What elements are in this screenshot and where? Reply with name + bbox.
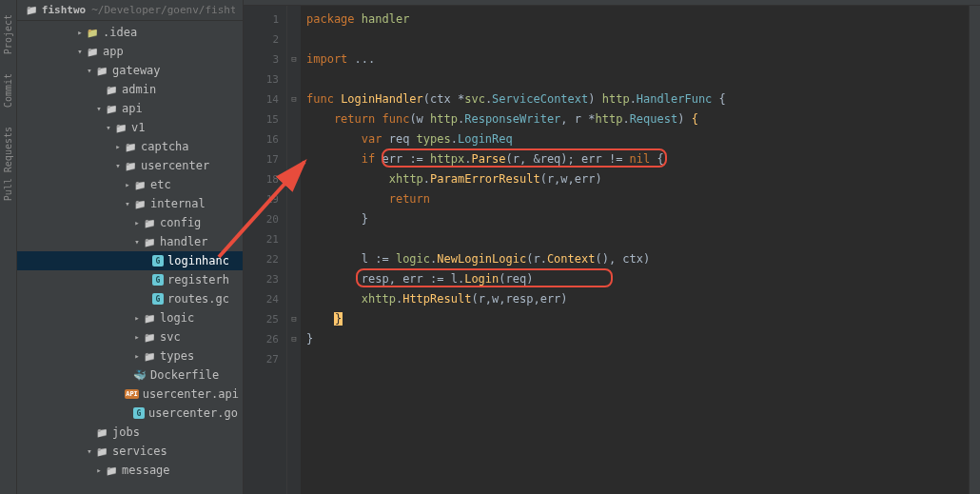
fold-marker [287, 149, 301, 169]
folder-icon [143, 311, 156, 325]
tree-item-label: routes.gc [167, 292, 229, 306]
rail-project[interactable]: Project [3, 14, 13, 54]
tree-item-label: message [122, 464, 170, 477]
tree-item--idea[interactable]: ▸.idea [17, 23, 243, 42]
tree-item-usercenter[interactable]: ▾usercenter [17, 156, 243, 175]
line-number[interactable]: 18 [244, 169, 279, 189]
rail-commit[interactable]: Commit [3, 73, 13, 108]
project-header[interactable]: fishtwo ~/Developer/goenv/fisht [17, 0, 243, 21]
tree-item-label: handler [160, 235, 208, 248]
chevron-icon[interactable]: ▸ [131, 218, 143, 227]
line-number[interactable]: 3 [244, 49, 279, 69]
go-file-icon: G [133, 407, 145, 419]
tree-item-handler[interactable]: ▾handler [17, 232, 243, 251]
line-number[interactable]: 20 [244, 209, 279, 229]
line-number[interactable]: 24 [244, 289, 279, 309]
fold-marker [287, 10, 301, 30]
fold-marker [287, 229, 301, 249]
line-number[interactable]: 22 [244, 249, 279, 269]
tree-item-gateway[interactable]: ▾gateway [17, 61, 243, 80]
chevron-icon[interactable]: ▸ [131, 351, 143, 361]
fold-marker [287, 289, 301, 309]
fold-marker[interactable]: ⊟ [287, 89, 301, 109]
line-number[interactable]: 21 [244, 229, 279, 249]
tree-item-label: usercenter.go [148, 406, 238, 420]
chevron-icon[interactable]: ▾ [93, 104, 105, 113]
line-number[interactable]: 13 [244, 69, 279, 89]
chevron-icon[interactable]: ▾ [122, 199, 133, 208]
chevron-icon[interactable]: ▾ [112, 161, 124, 170]
gutter[interactable]: 123131415161718192021222324252627 [244, 6, 287, 494]
tool-rail-left[interactable]: Project Commit Pull Requests [0, 0, 17, 494]
tree-item-routes-gc[interactable]: Groutes.gc [17, 289, 243, 308]
tree-item-logic[interactable]: ▸logic [17, 308, 243, 327]
tree-item-loginhanc[interactable]: Gloginhanc [17, 251, 243, 270]
tree-item-config[interactable]: ▸config [17, 213, 243, 232]
project-sidebar: fishtwo ~/Developer/goenv/fisht ▸.idea▾a… [17, 0, 244, 494]
chevron-icon[interactable]: ▾ [103, 123, 114, 132]
folder-icon [95, 64, 108, 77]
line-number[interactable]: 15 [244, 109, 279, 129]
line-number[interactable]: 25 [244, 309, 279, 329]
tree-item-v1[interactable]: ▾v1 [17, 118, 243, 137]
line-number[interactable]: 27 [244, 349, 279, 369]
fold-marker [287, 209, 301, 229]
tree-item-admin[interactable]: admin [17, 80, 243, 99]
tree-item-label: registerh [167, 273, 229, 287]
chevron-icon[interactable]: ▸ [93, 465, 105, 475]
chevron-icon[interactable]: ▸ [112, 142, 124, 151]
chevron-icon[interactable]: ▸ [122, 180, 133, 189]
project-tree[interactable]: ▸.idea▾app▾gatewayadmin▾api▾v1▸captcha▾u… [17, 21, 243, 494]
tree-item-jobs[interactable]: jobs [17, 423, 243, 442]
line-number[interactable]: 19 [244, 189, 279, 209]
fold-marker[interactable]: ⊟ [287, 49, 301, 69]
rail-pr[interactable]: Pull Requests [3, 127, 13, 201]
go-file-icon: G [152, 293, 164, 305]
tree-item-label: v1 [131, 121, 145, 134]
line-number[interactable]: 1 [244, 10, 279, 30]
chevron-icon[interactable]: ▾ [131, 237, 143, 247]
go-file-icon: G [152, 255, 164, 267]
line-number[interactable]: 26 [244, 329, 279, 349]
chevron-icon[interactable]: ▸ [131, 332, 143, 342]
fold-column[interactable]: ⊟⊟⊟⊟ [287, 6, 301, 494]
tree-item-label: Dockerfile [150, 368, 219, 382]
chevron-icon[interactable]: ▸ [131, 313, 143, 323]
tree-item-captcha[interactable]: ▸captcha [17, 137, 243, 156]
line-number[interactable]: 17 [244, 149, 279, 169]
editor-right-rail[interactable] [969, 6, 980, 494]
tree-item-dockerfile[interactable]: Dockerfile [17, 366, 243, 385]
chevron-icon[interactable]: ▾ [74, 47, 86, 56]
tree-item-etc[interactable]: ▸etc [17, 175, 243, 194]
tree-item-services[interactable]: ▾services [17, 442, 243, 461]
tree-item-internal[interactable]: ▾internal [17, 194, 243, 213]
tree-item-registerh[interactable]: Gregisterh [17, 270, 243, 289]
tree-item-api[interactable]: ▾api [17, 99, 243, 118]
fold-marker [287, 30, 301, 49]
tree-item-svc[interactable]: ▸svc [17, 327, 243, 346]
tree-item-label: app [103, 45, 124, 58]
chevron-icon[interactable]: ▾ [84, 446, 95, 456]
folder-icon [105, 102, 118, 115]
tree-item-usercenter-go[interactable]: Gusercenter.go [17, 404, 243, 423]
tree-item-app[interactable]: ▾app [17, 42, 243, 61]
fold-marker [287, 69, 301, 89]
tree-item-label: internal [150, 197, 206, 210]
fold-marker[interactable]: ⊟ [287, 309, 301, 329]
tree-item-usercenter-api[interactable]: APIusercenter.api [17, 385, 243, 404]
line-number[interactable]: 16 [244, 129, 279, 149]
folder-icon [133, 178, 147, 191]
fold-marker [287, 129, 301, 149]
fold-marker[interactable]: ⊟ [287, 329, 301, 349]
chevron-icon[interactable]: ▸ [74, 28, 86, 37]
project-name: fishtwo [42, 4, 86, 16]
tree-item-label: loginhanc [167, 254, 229, 267]
docker-icon [133, 368, 147, 382]
tree-item-types[interactable]: ▸types [17, 346, 243, 366]
tree-item-message[interactable]: ▸message [17, 461, 243, 480]
line-number[interactable]: 2 [244, 30, 279, 49]
code-area[interactable]: package handler import ... func LoginHan… [301, 6, 969, 494]
line-number[interactable]: 23 [244, 269, 279, 289]
line-number[interactable]: 14 [244, 89, 279, 109]
chevron-icon[interactable]: ▾ [84, 66, 95, 75]
